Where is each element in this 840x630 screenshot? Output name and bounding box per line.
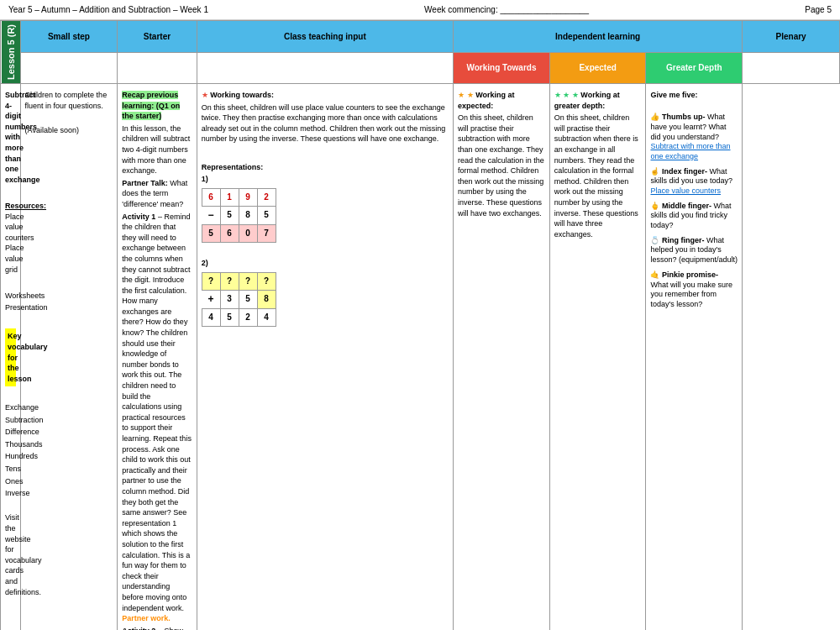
col-header-small-step: Small step <box>20 21 118 53</box>
expected-cell: ★ ★ Working at expected: On this sheet, … <box>454 84 550 630</box>
working-towards-cell: ★ Working towards: On this sheet, childr… <box>197 84 453 630</box>
col-header-expected: Expected <box>549 52 646 84</box>
plenary-item-thumbs: 👍 Thumbs up- What have you learnt? What … <box>650 113 738 161</box>
class-teaching-cell: Recap previous learning: (Q1 on the star… <box>118 84 197 630</box>
small-step-title: Subtract 4-digit numbers with more than … <box>5 90 16 185</box>
expected-stars: ★ ★ <box>458 91 474 99</box>
plenary-cell: Give me five: 👍 Thumbs up- What have you… <box>646 84 743 630</box>
rep-table-2: ? ? ? ? + 3 5 8 4 5 <box>202 272 276 327</box>
lesson-label: Lesson 5 (R) <box>1 21 21 84</box>
starter-cell: Children to complete the fluent in four … <box>20 84 118 630</box>
sub-empty-2 <box>118 52 197 84</box>
sub-empty-1 <box>20 52 118 84</box>
page-header: Year 5 – Autumn – Addition and Subtracti… <box>0 0 840 20</box>
plenary-item-index: ☝ Index finger- What skills did you use … <box>650 167 738 197</box>
greater-depth-stars: ★ ★ ★ <box>554 91 579 99</box>
blue-link-place-value[interactable]: Place value counters <box>650 186 721 195</box>
blue-link-subtract[interactable]: Subtract with more than one exchange <box>650 142 730 160</box>
plenary-item-pinkie: 🤙 Pinkie promise- What will you make sur… <box>650 270 738 310</box>
col-header-plenary: Plenary <box>743 21 840 53</box>
sub-empty-4 <box>743 52 840 84</box>
col-header-independent: Independent learning <box>454 21 743 53</box>
col-header-starter: Starter <box>118 21 197 53</box>
plenary-item-ring: 💍 Ring finger- What helped you in today'… <box>650 236 738 265</box>
give-me-five: Give me five: <box>650 90 738 101</box>
col-header-working-towards: Working Towards <box>454 52 550 84</box>
visit-text: Visit the website for vocabulary cards a… <box>5 512 16 597</box>
plenary-item-middle: 🖕 Middle finger- What skills did you fin… <box>650 202 738 231</box>
header-week: Week commencing: ___________________ <box>424 5 589 14</box>
small-step-cell: Subtract 4-digit numbers with more than … <box>1 84 21 630</box>
col-header-greater-depth: Greater Depth <box>646 52 743 84</box>
recap-label: Recap previous learning: (Q1 on the star… <box>122 91 180 120</box>
main-content-table: Lesson 5 (R) Small step Starter Class te… <box>0 20 840 630</box>
working-towards-star: ★ <box>202 91 208 99</box>
header-title: Year 5 – Autumn – Addition and Subtracti… <box>8 5 208 14</box>
key-vocab-box: Key vocabulary for the lesson <box>5 328 16 386</box>
header-page: Page 5 <box>805 5 832 14</box>
resources-section: Resources: Place value counters Place va… <box>5 201 16 275</box>
representations-section: Representations: 1) 6 1 9 2 − 5 8 <box>202 162 449 327</box>
rep-table-1: 6 1 9 2 − 5 8 5 5 6 <box>202 188 276 243</box>
col-header-class-teaching: Class teaching input <box>197 21 453 53</box>
sub-empty-3 <box>197 52 453 84</box>
greater-depth-cell: ★ ★ ★ Working at greater depth: On this … <box>549 84 646 630</box>
